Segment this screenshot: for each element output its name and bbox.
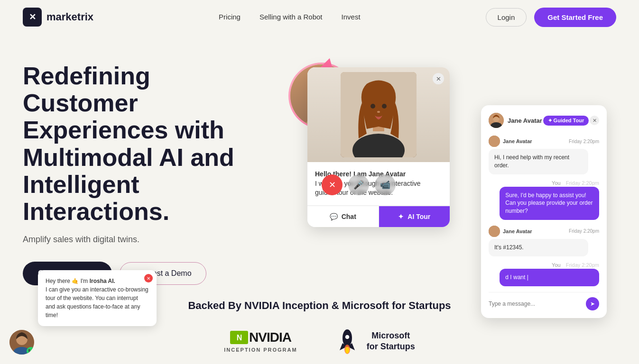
jane-small-svg: [489, 113, 504, 128]
chat-panel-header: Jane Avatar ✦ Guided Tour ✕: [489, 113, 599, 128]
chat-text-input[interactable]: [489, 300, 582, 307]
logo[interactable]: ✕ marketrix: [23, 8, 93, 27]
msg-time-3: Friday 2:20pm: [569, 228, 599, 234]
hero-left: Redefining Customer Experiences with Mul…: [23, 53, 250, 285]
chat-panel-name: Jane Avatar: [508, 117, 542, 124]
send-button[interactable]: ➤: [586, 297, 599, 310]
chat-icon: 💬: [330, 213, 338, 220]
message-row-1: Jane Avatar Friday 2:20pm Hi, I need hel…: [489, 136, 599, 174]
microsoft-logo: Microsoft for Startups: [335, 327, 415, 355]
hero-title: Redefining Customer Experiences with Mul…: [23, 63, 250, 225]
message-meta-3: Jane Avatar Friday 2:20pm: [489, 226, 599, 237]
nav-pricing[interactable]: Pricing: [219, 13, 241, 21]
video-controls: ✕ 🎤 📹: [322, 174, 396, 195]
star-icon: ✦: [398, 213, 404, 220]
jane-avatar-image: [341, 72, 417, 157]
irosha-chatbot: ✕ Hey there 🤙 I'm Irosha AI. I can give …: [9, 270, 157, 355]
message-meta-1: Jane Avatar Friday 2:20pm: [489, 136, 599, 147]
svg-point-8: [377, 111, 380, 113]
jane-avatar-small: [489, 113, 504, 128]
guided-tour-badge: ✦ Guided Tour: [543, 116, 589, 126]
logo-icon: ✕: [23, 8, 42, 27]
msg-time-1: Friday 2:20pm: [569, 139, 599, 144]
chat-widget-close-button[interactable]: ✕: [433, 73, 444, 84]
chat-widget: ✕: [307, 67, 450, 227]
whatsapp-icon: 📞: [27, 347, 34, 355]
hero-subtitle: Amplify sales with digital twins.: [23, 235, 250, 245]
chat-panel: Jane Avatar ✦ Guided Tour ✕ Jane Avatar …: [481, 105, 607, 318]
msg-avatar-1: [489, 136, 500, 147]
msg-name-3: Jane Avatar: [503, 228, 532, 234]
svg-point-19: [345, 347, 349, 354]
svg-point-17: [345, 335, 350, 339]
msg-bubble-1: Hi, I need help with my recent order.: [489, 149, 588, 174]
nav-selling[interactable]: Selling with a Robot: [259, 13, 323, 21]
irosha-avatar[interactable]: 📞: [9, 330, 34, 355]
jane-svg: [341, 72, 417, 157]
hero-right: ✕: [250, 53, 616, 290]
irosha-close-button[interactable]: ✕: [144, 274, 153, 282]
rocket-svg: [336, 327, 359, 356]
msg-you-label-2: You Friday 2:20pm: [489, 262, 599, 268]
msg-you-label: You Friday 2:20pm: [489, 180, 599, 186]
ms-text: Microsoft for Startups: [367, 330, 415, 353]
end-call-button[interactable]: ✕: [322, 174, 343, 195]
msg-name-1: Jane Avatar: [503, 138, 532, 144]
irosha-bubble: ✕ Hey there 🤙 I'm Irosha AI. I can give …: [38, 270, 157, 326]
irosha-avatar-row: 📞: [9, 330, 157, 355]
svg-text:N: N: [237, 334, 242, 342]
svg-point-12: [489, 136, 500, 147]
login-button[interactable]: Login: [486, 8, 527, 27]
chat-action-buttons: 💬 Chat ✦ AI Tour: [307, 206, 450, 227]
nav-get-started-button[interactable]: Get Started Free: [534, 8, 616, 27]
nav-actions: Login Get Started Free: [486, 8, 616, 27]
nvidia-sub: INCEPTION PROGRAM: [224, 347, 297, 353]
msg-bubble-2: Sure, I'd be happy to assist you! Can yo…: [500, 187, 599, 220]
svg-point-7: [382, 104, 387, 109]
chat-input-row: ➤: [489, 292, 599, 310]
chat-button[interactable]: 💬 Chat: [307, 206, 379, 227]
ms-rocket-icon: [335, 327, 359, 355]
msg-bubble-3: It's #12345.: [489, 239, 588, 256]
chat-panel-close-button[interactable]: ✕: [590, 116, 599, 125]
irosha-text: Hey there 🤙 I'm Irosha AI. I can give yo…: [46, 277, 149, 319]
nav-links: Pricing Selling with a Robot Invest: [219, 13, 360, 21]
logo-text: marketrix: [46, 11, 93, 23]
navbar: ✕ marketrix Pricing Selling with a Robot…: [0, 0, 639, 34]
nvidia-wordmark: N NVIDIA: [230, 330, 291, 345]
svg-point-13: [489, 226, 500, 237]
nav-invest[interactable]: Invest: [342, 13, 361, 21]
ai-tour-button[interactable]: ✦ AI Tour: [379, 206, 450, 227]
nvidia-logo: N NVIDIA INCEPTION PROGRAM: [224, 330, 297, 353]
msg-avatar-3: [489, 226, 500, 237]
chat-panel-user: Jane Avatar: [489, 113, 542, 128]
nvidia-eye-svg: N: [230, 331, 248, 344]
chat-avatar-section: [307, 67, 450, 162]
video-button[interactable]: 📹: [375, 174, 396, 195]
hero-section: Redefining Customer Experiences with Mul…: [0, 34, 639, 290]
message-row-2: You Friday 2:20pm Sure, I'd be happy to …: [489, 180, 599, 220]
mic-button[interactable]: 🎤: [348, 174, 369, 195]
message-row-4: You Friday 2:20pm d I want |: [489, 262, 599, 286]
svg-point-6: [370, 104, 375, 109]
msg-bubble-4: d I want |: [500, 269, 599, 286]
message-row-3: Jane Avatar Friday 2:20pm It's #12345.: [489, 226, 599, 256]
